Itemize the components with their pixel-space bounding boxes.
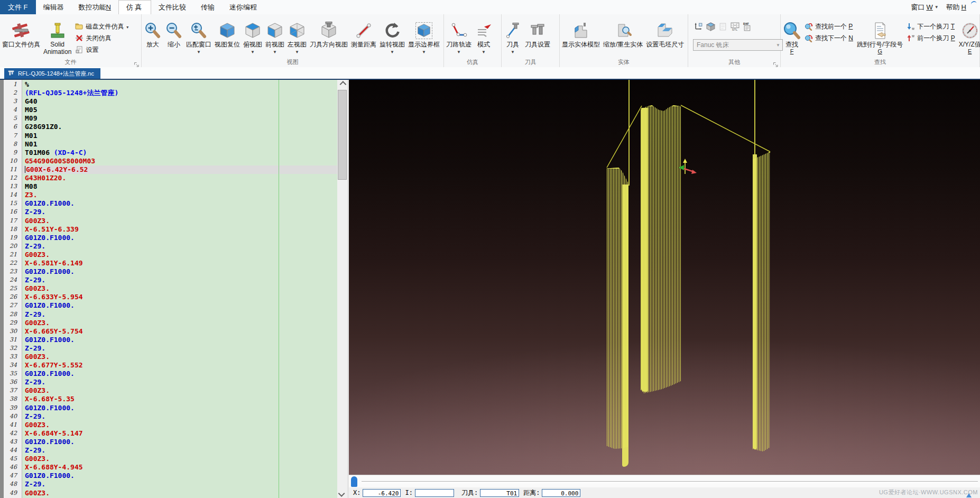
code-line[interactable]: X-6.581Y-6.149 <box>22 259 337 268</box>
ribbon-button-zoom-out[interactable]: 缩小 <box>163 14 184 54</box>
ribbon-button-find[interactable]: 查找F <box>781 14 802 54</box>
ribbon-button-tool[interactable]: 刀具▼ <box>502 14 523 54</box>
code-line[interactable]: G00Z3. <box>22 489 337 497</box>
code-line[interactable]: G28G91Z0. <box>22 123 337 131</box>
code-line[interactable]: M05 <box>22 106 337 114</box>
code-line[interactable]: M08 <box>22 182 337 191</box>
code-line[interactable]: X-6.665Y-5.754 <box>22 327 337 336</box>
code-line[interactable]: Z-29. <box>22 276 337 284</box>
status-field-value[interactable]: 0.000 <box>542 489 580 497</box>
ribbon-button-settings[interactable]: 设置 <box>73 44 131 56</box>
code-line[interactable]: T01M06 (XD-4-C) <box>22 149 337 157</box>
ribbon-button-zoom-in[interactable]: 放大 <box>142 14 163 54</box>
code-line[interactable]: Z-29. <box>22 310 337 319</box>
code-line[interactable]: G00Z3. <box>22 421 337 429</box>
status-field-value[interactable]: -6.420 <box>363 489 401 497</box>
code-line[interactable]: Z-29. <box>22 446 337 455</box>
code-line[interactable]: G00Z3. <box>22 353 337 361</box>
document-tab[interactable]: RFL-QJ05-1248+法兰管座.nc <box>4 68 100 79</box>
ribbon-button-close-sim[interactable]: 关闭仿真 <box>73 32 131 44</box>
code-line[interactable]: G01Z0.F1000. <box>22 404 337 412</box>
code-line[interactable]: G43H01Z20. <box>22 174 337 182</box>
menu-item-W[interactable]: 窗口 W ▼ <box>911 3 938 12</box>
ribbon-button-goto-line[interactable]: 跳到行号/字段号G <box>855 14 904 54</box>
ribbon-button-dxf-mini[interactable]: DXF <box>742 22 752 32</box>
status-field-value[interactable]: T01 <box>480 489 519 497</box>
code-line[interactable]: X-6.677Y-5.552 <box>22 361 337 370</box>
code-line[interactable]: G01Z0.F1000. <box>22 472 337 480</box>
ribbon-button-cube-reset[interactable]: 视图复位 <box>213 14 242 54</box>
code-line[interactable]: G01Z0.F1000. <box>22 336 337 344</box>
menu-tab-文件比较[interactable]: 文件比较 <box>151 0 193 14</box>
ribbon-button-cube-left[interactable]: 左视图▼ <box>286 14 308 54</box>
dialog-launcher-icon[interactable] <box>134 60 140 66</box>
ribbon-button-zoom-fit[interactable]: 匹配窗口▼ <box>184 14 213 54</box>
scrollbar-down-arrow-icon[interactable] <box>337 489 347 498</box>
ribbon-button-stock-size[interactable]: 设置毛坯尺寸 <box>644 14 686 54</box>
code-line[interactable]: X-6.633Y-5.954 <box>22 293 337 301</box>
ribbon-button-cube-top[interactable]: 俯视图▼ <box>242 14 264 54</box>
code-line[interactable]: G00Z3. <box>22 217 337 225</box>
code-line[interactable]: G00Z3. <box>22 251 337 259</box>
code-line[interactable]: X-6.68Y-5.35 <box>22 395 337 403</box>
code-line[interactable]: G01Z0.F1000. <box>22 438 337 446</box>
nc-code-editor[interactable]: 1234567891011121314151617181920212223242… <box>0 80 347 498</box>
ribbon-button-measure[interactable]: 测量距离 <box>349 14 378 54</box>
code-line[interactable]: M01 <box>22 132 337 140</box>
code-line[interactable]: G00X-6.42Y-6.52 <box>22 165 337 174</box>
menu-tab-file[interactable]: 文件 F <box>0 0 36 14</box>
ribbon-button-disk-file-sim[interactable]: 磁盘文件仿真 ▼ <box>73 21 131 32</box>
code-line[interactable]: G54G90G00S8000M03 <box>22 157 337 165</box>
code-line[interactable]: G40 <box>22 97 337 106</box>
scrollbar-up-arrow-icon[interactable] <box>337 80 347 89</box>
ribbon-button-rotate-view[interactable]: 旋转视图▼ <box>378 14 406 54</box>
code-line[interactable]: G00Z3. <box>22 455 337 463</box>
ribbon-button-window-file-sim[interactable]: 窗口文件仿真 <box>1 14 42 54</box>
code-line[interactable]: G01Z0.F1000. <box>22 199 337 208</box>
code-line[interactable]: G01Z0.F1000. <box>22 268 337 276</box>
code-line[interactable]: G00Z3. <box>22 284 337 293</box>
code-line[interactable]: Z-29. <box>22 378 337 386</box>
menu-tab-传输[interactable]: 传输 <box>193 0 222 14</box>
menu-tab-迷你编程[interactable]: 迷你编程 <box>222 0 264 14</box>
ribbon-button-solid-regen[interactable]: 缩放/重生实体 <box>602 14 644 54</box>
ribbon-button-mode[interactable]: 模式▼ <box>473 14 494 54</box>
code-line[interactable]: G00Z3. <box>22 319 337 327</box>
dialog-launcher-icon[interactable] <box>773 60 779 66</box>
ribbon-button-axis-mini[interactable] <box>693 22 704 32</box>
ribbon-button-solid-animation[interactable]: SolidAnimation <box>42 14 73 56</box>
code-line[interactable]: X-6.688Y-4.945 <box>22 463 337 472</box>
ribbon-button-cube-front[interactable]: 前视图▼ <box>264 14 286 54</box>
code-line[interactable]: G01Z0.F1000. <box>22 234 337 242</box>
menu-item-H[interactable]: 帮助 H <box>946 3 966 12</box>
progress-slider-handle[interactable] <box>351 476 357 487</box>
ribbon-button-bounding-box[interactable]: 显示边界框▼ <box>406 14 441 54</box>
code-line[interactable]: Z-29. <box>22 344 337 353</box>
progress-slider-track[interactable] <box>362 481 978 483</box>
simulation-3d-viewport[interactable] <box>349 80 980 475</box>
ribbon-button-prev-toolchange[interactable]: 前一个换刀 P <box>904 32 957 44</box>
menu-tab-N[interactable]: 数控功能 N <box>71 0 118 14</box>
code-line[interactable]: % <box>22 80 337 89</box>
code-line[interactable]: N01 <box>22 140 337 149</box>
ribbon-button-next-toolchange[interactable]: 下一个换刀 T <box>904 21 957 32</box>
code-line[interactable]: G01Z0.F1000. <box>22 301 337 310</box>
code-line[interactable]: Z-29. <box>22 480 337 488</box>
code-line[interactable]: Z-29. <box>22 208 337 216</box>
ribbon-button-find-next[interactable]: 查找下一个 N <box>802 32 855 44</box>
menu-tab-编辑器[interactable]: 编辑器 <box>36 0 71 14</box>
code-line[interactable]: (RFL-QJ05-1248+法兰管座) <box>22 89 337 97</box>
ribbon-button-solid-mini[interactable] <box>705 22 716 32</box>
ribbon-button-cube-tool[interactable]: 刀具方向视图 <box>308 14 349 54</box>
status-field-value[interactable] <box>415 489 454 497</box>
code-line[interactable]: G00Z3. <box>22 386 337 395</box>
menu-tab-仿真[interactable]: 仿真 <box>118 0 151 14</box>
code-line[interactable]: M09 <box>22 114 337 123</box>
ribbon-button-tool-setup[interactable]: 刀具设置 <box>523 14 552 54</box>
ribbon-button-xyz-values[interactable]: X/Y/Z值E <box>957 14 980 54</box>
ribbon-button-solid-model[interactable]: 显示实体模型 <box>560 14 602 54</box>
ribbon-button-page-mini[interactable] <box>717 22 728 32</box>
code-line[interactable]: X-6.684Y-5.147 <box>22 429 337 438</box>
code-line[interactable]: Z3. <box>22 191 337 199</box>
scrollbar-thumb[interactable] <box>338 90 347 180</box>
